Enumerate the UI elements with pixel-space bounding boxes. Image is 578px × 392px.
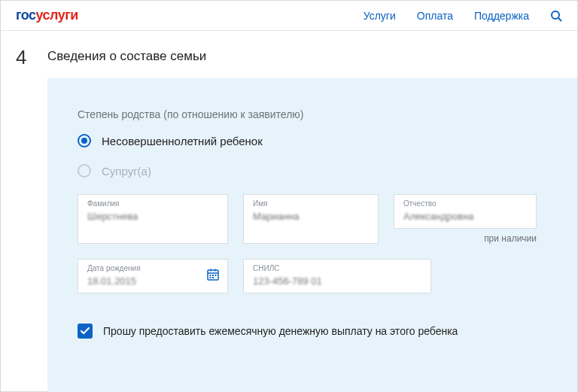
firstname-label: Имя	[253, 199, 369, 208]
radio-child[interactable]	[78, 134, 91, 147]
nav-payment[interactable]: Оплата	[417, 10, 453, 22]
snils-field[interactable]: СНИЛС 123-456-789 01	[243, 259, 431, 293]
patronymic-field[interactable]: Отчество Александровна	[394, 194, 537, 229]
search-icon[interactable]	[550, 10, 562, 22]
snils-value: 123-456-789 01	[253, 275, 421, 287]
svg-rect-8	[215, 275, 217, 276]
dob-label: Дата рождения	[87, 264, 218, 272]
nav-support[interactable]: Поддержка	[474, 10, 529, 22]
patronymic-value: Александровна	[403, 211, 527, 222]
step-number: 4	[16, 46, 29, 69]
calendar-icon[interactable]	[206, 268, 220, 284]
firstname-field[interactable]: Имя Марианна	[243, 194, 379, 244]
form-panel: Степень родства (по отношению к заявител…	[47, 78, 577, 392]
second-row: Дата рождения 18.01.2015 СНИЛС 123-456-7…	[78, 259, 547, 293]
patronymic-label: Отчество	[403, 199, 527, 208]
top-nav: Услуги Оплата Поддержка	[364, 10, 562, 22]
logo-part1: гос	[16, 8, 36, 23]
patronymic-hint: при наличии	[394, 233, 537, 244]
radio-child-label: Несовершеннолетний ребенок	[102, 135, 263, 147]
radio-child-row[interactable]: Несовершеннолетний ребенок	[78, 134, 547, 147]
top-header: госуслуги Услуги Оплата Поддержка	[1, 1, 577, 31]
firstname-value: Марианна	[253, 211, 369, 222]
svg-rect-6	[210, 275, 211, 276]
dob-value: 18.01.2015	[87, 275, 218, 287]
lastname-value: Шерстнева	[87, 211, 218, 222]
svg-point-0	[552, 11, 559, 19]
radio-spouse-label: Супруг(а)	[102, 165, 151, 178]
name-row: Фамилия Шерстнева Имя Марианна Отчество …	[78, 194, 547, 244]
step-title: Сведения о составе семьи	[47, 46, 206, 64]
snils-label: СНИЛС	[253, 264, 421, 272]
lastname-field[interactable]: Фамилия Шерстнева	[78, 194, 228, 244]
dob-field[interactable]: Дата рождения 18.01.2015	[78, 259, 228, 293]
nav-services[interactable]: Услуги	[364, 10, 396, 22]
relation-label: Степень родства (по отношению к заявител…	[78, 108, 547, 120]
svg-rect-7	[212, 275, 214, 276]
radio-spouse-row: Супруг(а)	[78, 164, 547, 178]
payment-checkbox-row[interactable]: Прошу предоставить ежемесячную денежную …	[78, 324, 547, 339]
lastname-label: Фамилия	[87, 199, 218, 208]
payment-checkbox[interactable]	[78, 324, 93, 339]
radio-spouse	[78, 164, 91, 178]
logo[interactable]: госуслуги	[16, 8, 78, 23]
svg-rect-10	[212, 277, 214, 278]
logo-part2: услуги	[36, 8, 78, 23]
svg-line-1	[558, 18, 561, 21]
step-header: 4 Сведения о составе семьи	[1, 31, 577, 78]
svg-rect-9	[210, 277, 211, 278]
payment-checkbox-label: Прошу предоставить ежемесячную денежную …	[103, 325, 458, 337]
